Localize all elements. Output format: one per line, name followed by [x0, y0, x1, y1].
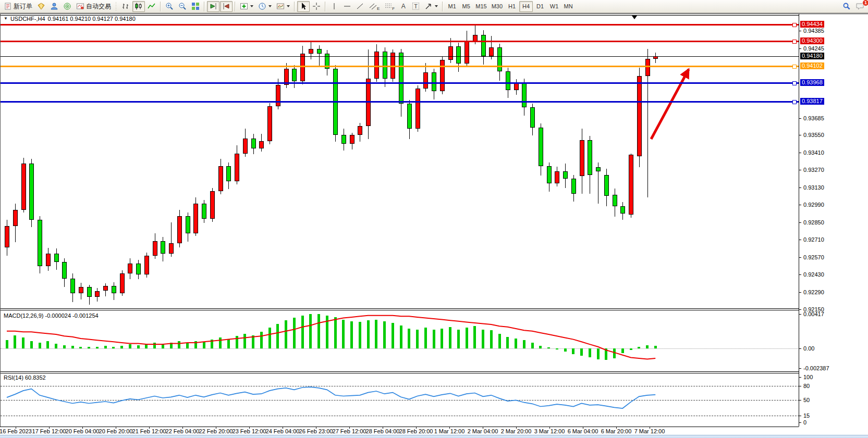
price-axis[interactable]: 0.944340.943000.941800.941020.939680.938…: [799, 14, 868, 427]
text-tool-button[interactable]: A: [397, 1, 409, 12]
arrows-tool-button[interactable]: [422, 1, 440, 12]
price-badge: 0.94300: [800, 37, 824, 44]
macd-histogram-bar: [46, 341, 49, 348]
crosshair-button[interactable]: [310, 1, 323, 12]
candle-body: [620, 206, 625, 214]
candlestick-chart-button[interactable]: [132, 1, 145, 12]
periods-button[interactable]: [256, 1, 274, 12]
candle-body: [374, 52, 379, 79]
candle-body: [448, 46, 453, 60]
time-label: 6 Mar 20:00: [601, 428, 632, 434]
auto-scroll-icon: [209, 2, 217, 10]
trendline-tool-button[interactable]: [354, 1, 366, 12]
timeframe-h4-button[interactable]: H4: [519, 1, 533, 12]
candle-body: [202, 204, 206, 219]
candle-body: [46, 254, 51, 266]
line-chart-button[interactable]: [145, 1, 158, 12]
horizontal-price-line[interactable]: [1, 66, 799, 67]
macd-histogram-bar: [597, 348, 600, 359]
line-anchor-marker[interactable]: [792, 23, 797, 27]
horizontal-price-line[interactable]: [1, 82, 799, 84]
horizontal-line-tool-button[interactable]: [341, 1, 353, 12]
panel-separator[interactable]: [1, 371, 799, 372]
search-icon: [842, 2, 851, 10]
toolbar-separator: [235, 2, 236, 11]
cursor-button[interactable]: [297, 1, 310, 12]
auto-scroll-button[interactable]: [207, 1, 219, 12]
line-anchor-marker[interactable]: [792, 65, 797, 69]
chart-shift-button[interactable]: [220, 1, 233, 12]
macd-histogram-bar: [466, 328, 468, 348]
macd-histogram-bar: [30, 341, 33, 348]
macd-histogram-bar: [490, 330, 493, 348]
notification-badge: 1: [862, 0, 868, 6]
macd-histogram-bar: [39, 343, 41, 348]
chart-shift-marker[interactable]: [632, 16, 637, 19]
macd-histogram-bar: [252, 335, 254, 348]
fibonacci-tool-button[interactable]: F: [382, 1, 397, 12]
time-label: 28 Feb 20:00: [399, 428, 433, 434]
chart-canvas[interactable]: ▼ USDCHF-,H4 0.94161 0.94210 0.94127 0.9…: [0, 14, 799, 427]
horizontal-price-line[interactable]: [1, 101, 799, 103]
zoom-in-icon: [165, 2, 174, 10]
signals-button[interactable]: [61, 1, 74, 12]
macd-histogram-bar: [613, 348, 616, 358]
candle-body: [555, 171, 559, 184]
time-label: 22 Feb 20:00: [199, 428, 233, 434]
timeframe-h1-button[interactable]: H1: [505, 1, 519, 12]
indicators-button[interactable]: [238, 1, 255, 12]
label-tool-button[interactable]: T: [410, 1, 422, 12]
market-watch-button[interactable]: [35, 1, 47, 12]
macd-histogram-bar: [359, 322, 361, 348]
timeframe-m30-button[interactable]: M30: [490, 1, 505, 12]
toolbar-grip[interactable]: [115, 2, 117, 11]
price-tick: [799, 292, 801, 293]
bar-chart-button[interactable]: [119, 1, 132, 12]
time-label: 2 Mar 04:00: [468, 428, 498, 434]
channel-tool-button[interactable]: E: [367, 1, 382, 12]
macd-histogram-bar: [236, 336, 238, 348]
search-button[interactable]: [840, 1, 853, 12]
timeframe-d1-button[interactable]: D1: [533, 1, 547, 12]
templates-button[interactable]: [274, 1, 292, 12]
macd-histogram-bar: [498, 334, 501, 348]
new-order-button[interactable]: 新订单: [2, 1, 34, 12]
panel-separator[interactable]: [1, 310, 799, 310]
navigator-button[interactable]: [48, 1, 60, 12]
timeframe-w1-button[interactable]: W1: [547, 1, 561, 12]
horizontal-price-line[interactable]: [1, 24, 799, 26]
timeframe-m1-button[interactable]: M1: [445, 1, 459, 12]
macd-histogram-bar: [556, 348, 558, 349]
price-tick: [799, 31, 801, 31]
chart-shift-icon: [222, 2, 230, 10]
macd-histogram-bar: [88, 347, 90, 348]
panel-separator[interactable]: [1, 373, 799, 373]
line-anchor-marker[interactable]: [792, 100, 797, 104]
trend-arrow[interactable]: [651, 69, 689, 139]
chart-dropdown-icon[interactable]: ▼: [4, 17, 8, 21]
price-tick-label: 0.93130: [803, 184, 824, 191]
line-anchor-marker[interactable]: [792, 81, 797, 85]
zoom-out-button[interactable]: [176, 1, 189, 12]
macd-histogram-bar: [473, 326, 476, 348]
candle-body: [358, 126, 362, 135]
autotrading-button[interactable]: 自动交易: [74, 1, 113, 12]
macd-histogram-bar: [219, 337, 222, 348]
timeframe-mn-button[interactable]: MN: [561, 1, 575, 12]
timeframe-m5-button[interactable]: M5: [459, 1, 473, 12]
horizontal-price-line[interactable]: [1, 41, 799, 42]
timeframe-m15-button[interactable]: M15: [473, 1, 488, 12]
zoom-in-button[interactable]: [163, 1, 176, 12]
time-axis[interactable]: 16 Feb 202317 Feb 12:0020 Feb 04:0020 Fe…: [0, 427, 799, 435]
trendline-icon: [356, 2, 364, 10]
rsi-indicator-label: RSI(14) 60.8352: [4, 374, 46, 381]
macd-histogram-bar: [342, 320, 345, 348]
notifications-button[interactable]: 1: [853, 1, 866, 12]
macd-histogram-bar: [523, 340, 525, 348]
rsi-level-line: [1, 400, 799, 401]
indicators-icon: [240, 2, 248, 10]
panel-separator[interactable]: [1, 308, 799, 309]
vertical-line-tool-button[interactable]: [328, 1, 340, 12]
line-anchor-marker[interactable]: [792, 40, 797, 44]
tile-windows-button[interactable]: [189, 1, 202, 12]
